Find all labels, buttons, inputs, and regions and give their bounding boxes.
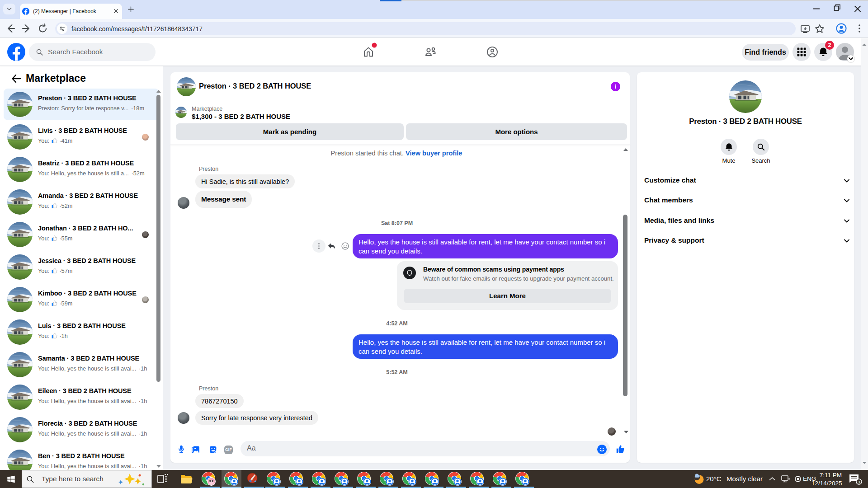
svg-text:3: 3	[858, 480, 860, 484]
